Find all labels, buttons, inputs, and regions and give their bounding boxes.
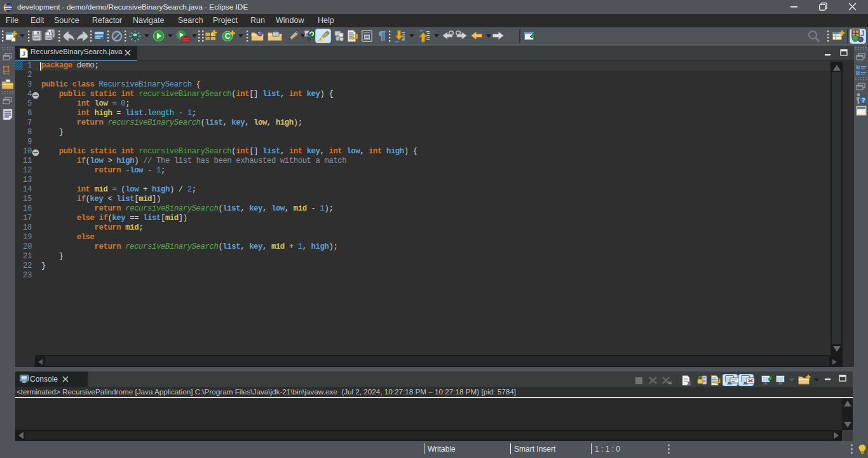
svg-text:?: ? (862, 97, 865, 104)
svg-text:C: C (225, 32, 231, 41)
svg-text:J: J (22, 50, 25, 57)
svg-text:J: J (860, 29, 865, 38)
